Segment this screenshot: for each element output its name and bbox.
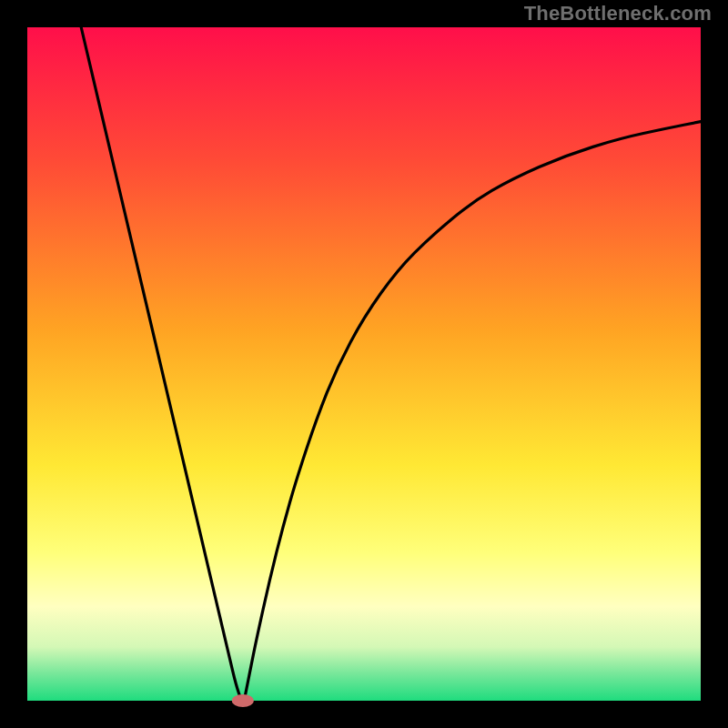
bottleneck-curve-plot bbox=[0, 0, 728, 728]
plot-background-gradient bbox=[27, 27, 701, 701]
minimum-marker bbox=[232, 694, 254, 707]
chart-frame: TheBottleneck.com bbox=[0, 0, 728, 728]
